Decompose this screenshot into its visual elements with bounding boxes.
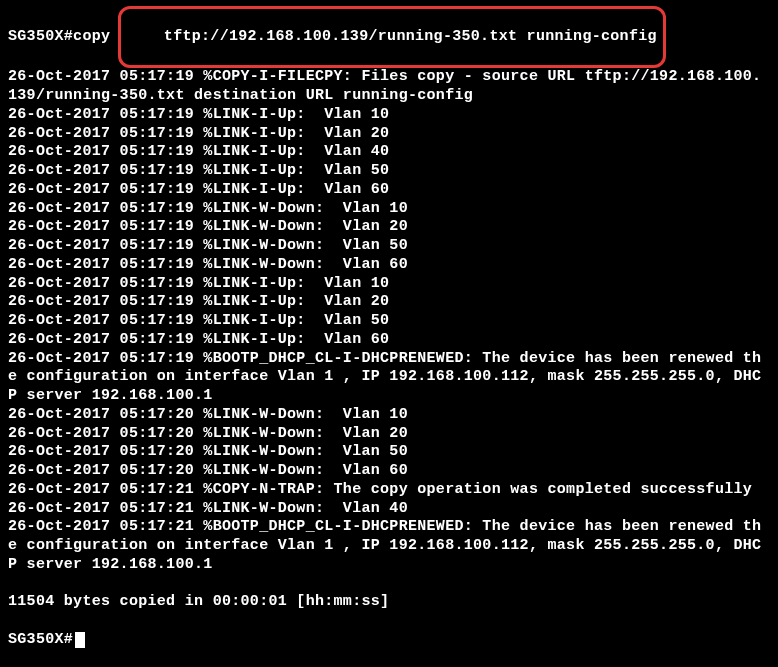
log-line: 11504 bytes copied in 00:00:01 [hh:mm:ss… <box>8 593 770 612</box>
log-line: 26-Oct-2017 05:17:21 %LINK-W-Down: Vlan … <box>8 500 770 519</box>
log-line: 26-Oct-2017 05:17:20 %LINK-W-Down: Vlan … <box>8 406 770 425</box>
prompt: SG350X#copy <box>8 28 120 47</box>
log-line: 26-Oct-2017 05:17:20 %LINK-W-Down: Vlan … <box>8 462 770 481</box>
log-line: 26-Oct-2017 05:17:19 %LINK-I-Up: Vlan 60 <box>8 331 770 350</box>
log-line: 26-Oct-2017 05:17:19 %LINK-I-Up: Vlan 10 <box>8 275 770 294</box>
log-line <box>8 575 770 594</box>
log-line: 26-Oct-2017 05:17:19 %COPY-I-FILECPY: Fi… <box>8 68 770 106</box>
log-line: 26-Oct-2017 05:17:19 %LINK-I-Up: Vlan 20 <box>8 125 770 144</box>
log-line: 26-Oct-2017 05:17:20 %LINK-W-Down: Vlan … <box>8 425 770 444</box>
log-line: 26-Oct-2017 05:17:19 %LINK-W-Down: Vlan … <box>8 256 770 275</box>
log-line: 26-Oct-2017 05:17:19 %LINK-W-Down: Vlan … <box>8 200 770 219</box>
log-line: 26-Oct-2017 05:17:19 %LINK-W-Down: Vlan … <box>8 218 770 237</box>
prompt-2: SG350X# <box>8 631 73 650</box>
log-line: 26-Oct-2017 05:17:21 %COPY-N-TRAP: The c… <box>8 481 770 500</box>
cursor-icon <box>75 632 85 648</box>
log-line: 26-Oct-2017 05:17:19 %LINK-I-Up: Vlan 50 <box>8 162 770 181</box>
log-line: 26-Oct-2017 05:17:19 %LINK-W-Down: Vlan … <box>8 237 770 256</box>
log-line: 26-Oct-2017 05:17:20 %LINK-W-Down: Vlan … <box>8 443 770 462</box>
prompt-line[interactable]: SG350X# <box>8 631 770 650</box>
command-text: tftp://192.168.100.139/running-350.txt r… <box>164 28 657 45</box>
highlighted-command: tftp://192.168.100.139/running-350.txt r… <box>118 6 666 68</box>
terminal-output: 26-Oct-2017 05:17:19 %COPY-I-FILECPY: Fi… <box>8 68 770 631</box>
log-line: 26-Oct-2017 05:17:19 %LINK-I-Up: Vlan 10 <box>8 106 770 125</box>
log-line: 26-Oct-2017 05:17:19 %LINK-I-Up: Vlan 20 <box>8 293 770 312</box>
log-line: 26-Oct-2017 05:17:19 %LINK-I-Up: Vlan 60 <box>8 181 770 200</box>
log-line: 26-Oct-2017 05:17:19 %BOOTP_DHCP_CL-I-DH… <box>8 350 770 406</box>
command-line[interactable]: SG350X#copy tftp://192.168.100.139/runni… <box>8 6 770 68</box>
log-line <box>8 612 770 631</box>
log-line: 26-Oct-2017 05:17:19 %LINK-I-Up: Vlan 50 <box>8 312 770 331</box>
log-line: 26-Oct-2017 05:17:21 %BOOTP_DHCP_CL-I-DH… <box>8 518 770 574</box>
log-line: 26-Oct-2017 05:17:19 %LINK-I-Up: Vlan 40 <box>8 143 770 162</box>
